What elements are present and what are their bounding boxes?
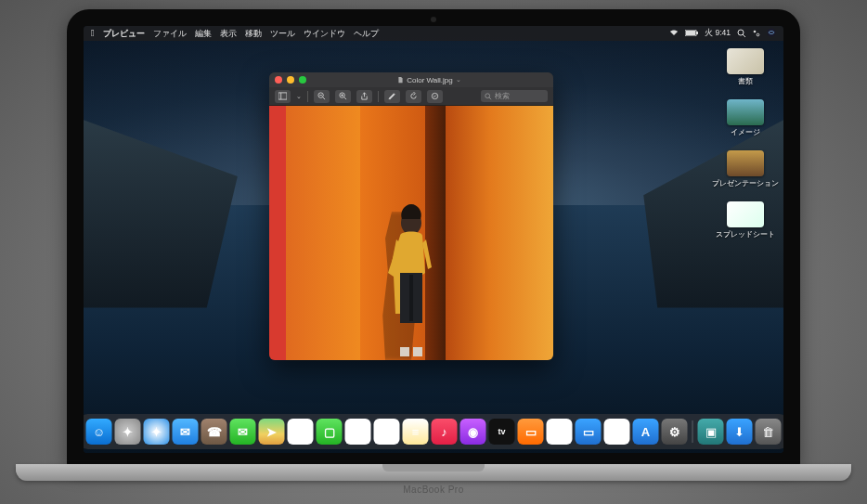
dock-keynote[interactable]: ▭ <box>576 419 602 445</box>
dock-tv[interactable]: tv <box>489 419 515 445</box>
siri-icon[interactable] <box>767 28 776 39</box>
traffic-light-minimize[interactable] <box>287 76 294 84</box>
menubar-app-name[interactable]: プレビュー <box>103 28 145 40</box>
dock-notes[interactable]: ≡ <box>403 419 429 445</box>
svg-rect-23 <box>400 347 409 356</box>
person-figure <box>374 202 448 360</box>
control-center-icon[interactable] <box>752 29 760 39</box>
desktop-stacks: 書類イメージプレゼンテーションスプレッドシート <box>713 48 778 239</box>
stack-label: イメージ <box>731 127 760 137</box>
preview-image-content[interactable] <box>269 106 553 360</box>
dock-facetime[interactable]: ▢ <box>317 419 343 445</box>
preview-toolbar: ⌄ 検索 <box>269 87 553 106</box>
dock-music[interactable]: ♪ <box>432 419 458 445</box>
dock-podcasts[interactable]: ◉ <box>460 419 486 445</box>
dock-finder[interactable]: ☺ <box>86 419 112 445</box>
spotlight-icon[interactable] <box>737 29 745 39</box>
menu-file[interactable]: ファイル <box>153 28 187 40</box>
dock-pages[interactable]: ✎ <box>604 419 630 445</box>
desktop-stack-img[interactable]: イメージ <box>727 99 764 137</box>
menu-tools[interactable]: ツール <box>270 28 295 40</box>
menu-view[interactable]: 表示 <box>220 28 237 40</box>
window-title-text: Color Wall.jpg <box>407 76 453 84</box>
menu-edit[interactable]: 編集 <box>195 28 212 40</box>
toolbar-divider <box>378 91 379 102</box>
dock-trash[interactable]: 🗑 <box>756 419 782 445</box>
stack-thumb-icon <box>727 99 764 125</box>
stack-thumb-icon <box>727 150 764 176</box>
desktop-stack-pres[interactable]: プレゼンテーション <box>712 150 779 188</box>
dock-contacts[interactable]: ☎ <box>201 419 227 445</box>
toolbar-search[interactable]: 検索 <box>481 90 548 102</box>
highlight-button[interactable] <box>384 90 400 103</box>
dock-messages[interactable]: ✉ <box>230 419 256 445</box>
svg-rect-24 <box>413 347 422 356</box>
window-title: Color Wall.jpg ⌄ <box>311 76 548 84</box>
window-titlebar[interactable]: Color Wall.jpg ⌄ <box>269 72 553 87</box>
wifi-icon[interactable] <box>669 29 679 38</box>
dock-downloads[interactable]: ⬇ <box>727 419 753 445</box>
dock-books[interactable]: ▭ <box>518 419 544 445</box>
svg-line-16 <box>343 97 346 99</box>
svg-line-19 <box>489 97 491 98</box>
document-icon <box>397 77 404 84</box>
menubar:  プレビュー ファイル 編集 表示 移動 ツール ウインドウ ヘルプ 火 9:… <box>84 26 783 41</box>
dock-mail[interactable]: ✉ <box>173 419 199 445</box>
apple-menu-icon[interactable]:  <box>91 29 95 38</box>
markup-button[interactable] <box>427 90 443 103</box>
menubar-status-area: 火 9:41 <box>669 28 776 39</box>
svg-point-6 <box>757 33 759 36</box>
desktop-stack-sheet[interactable]: スプレッドシート <box>716 201 775 239</box>
menubar-clock[interactable]: 火 9:41 <box>705 28 731 39</box>
search-placeholder: 検索 <box>495 92 510 101</box>
device-brand-label: MacBook Pro <box>403 485 464 495</box>
rotate-button[interactable] <box>406 90 421 103</box>
share-button[interactable] <box>356 90 372 103</box>
desktop-stack-docs[interactable]: 書類 <box>727 48 764 86</box>
dock-photos[interactable]: ✿ <box>288 419 314 445</box>
menu-window[interactable]: ウインドウ <box>304 28 345 40</box>
stack-thumb-icon <box>727 48 764 74</box>
svg-line-4 <box>743 34 745 37</box>
dock-reminders[interactable]: ≡ <box>374 419 400 445</box>
dock-maps[interactable]: ➤ <box>259 419 285 445</box>
menu-go[interactable]: 移動 <box>245 28 262 40</box>
traffic-light-close[interactable] <box>275 76 282 84</box>
dock-numbers[interactable]: ▮ <box>547 419 573 445</box>
preview-window[interactable]: Color Wall.jpg ⌄ ⌄ 検索 <box>269 72 553 360</box>
stack-label: 書類 <box>738 76 753 86</box>
dock-safari[interactable]: ✦ <box>144 419 170 445</box>
sidebar-toggle-button[interactable] <box>275 90 291 103</box>
search-icon <box>485 93 492 100</box>
laptop-hinge <box>16 464 851 481</box>
svg-line-12 <box>322 97 325 99</box>
dock-calendar[interactable]: 10 <box>345 419 371 445</box>
menu-help[interactable]: ヘルプ <box>354 28 379 40</box>
svg-rect-8 <box>278 93 287 99</box>
stack-label: スプレッドシート <box>716 229 775 239</box>
dock-appstore[interactable]: A <box>633 419 659 445</box>
zoom-out-button[interactable] <box>314 90 330 103</box>
chevron-down-icon[interactable]: ⌄ <box>456 76 461 84</box>
dock-preview-running[interactable]: ▣ <box>698 419 724 445</box>
dock-system-preferences[interactable]: ⚙ <box>662 419 688 445</box>
laptop-frame: MacBook Pro  プレビュー ファイル 編集 表示 移動 ツール ウイ… <box>67 9 800 469</box>
svg-rect-1 <box>686 31 695 35</box>
traffic-light-zoom[interactable] <box>299 76 306 84</box>
svg-point-5 <box>754 30 757 32</box>
zoom-in-button[interactable] <box>335 90 351 103</box>
desktop-screen:  プレビュー ファイル 編集 表示 移動 ツール ウインドウ ヘルプ 火 9:… <box>84 26 783 453</box>
dock-launchpad[interactable]: ✦ <box>115 419 141 445</box>
battery-icon[interactable] <box>685 29 698 38</box>
svg-rect-22 <box>409 275 413 321</box>
stack-thumb-icon <box>727 201 764 227</box>
dock-divider <box>692 420 693 443</box>
dock: ☺✦✦✉☎✉➤✿▢10≡≡♪◉tv▭▮▭✎A⚙▣⬇🗑 <box>84 414 783 449</box>
toolbar-divider <box>307 91 308 102</box>
stack-label: プレゼンテーション <box>712 178 779 188</box>
chevron-down-icon[interactable]: ⌄ <box>296 93 302 100</box>
hinge-notch <box>382 464 485 472</box>
svg-rect-2 <box>696 32 698 34</box>
